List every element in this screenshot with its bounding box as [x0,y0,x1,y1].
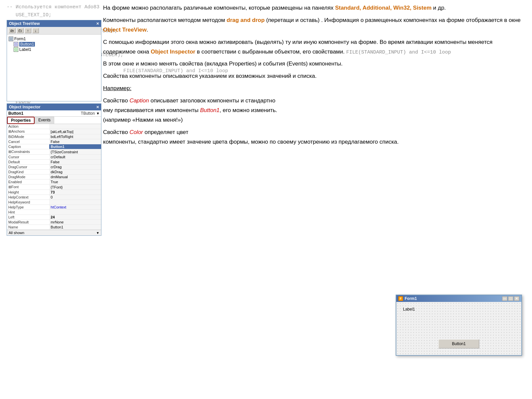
table-row: ⊞Constraints{TSizeConstraint [7,149,101,155]
tree-item-button1[interactable]: □ Button1 [14,42,99,47]
form1-minimize-btn[interactable]: — [502,296,507,301]
example-label: Например: [103,84,525,93]
tv-btn-down[interactable]: ↓ [32,28,39,33]
para4-text: В этом окне и можно менять свойства (вкл… [103,61,343,67]
example-text: Например: [103,85,131,91]
para6-ex: (например «Нажми на меня!») [103,117,183,123]
table-row: NameButton1 [7,225,101,230]
treeview-close-icon[interactable]: ✕ [96,22,99,26]
form1-titlebar: F Form1 — □ ✕ [396,295,521,302]
table-row: Left24 [7,215,101,220]
para2-start: Компоненты располагаются методом методом [103,17,227,23]
treeview-title: Object TreeView [9,21,40,26]
form1-app-icon: F [398,296,403,301]
inspector-header: Object Inspector ✕ [7,104,101,110]
form1-body: Label1 Button1 [396,302,521,355]
table-row: HelpTypehtContext [7,205,101,210]
inspector-selector: Button1 TButton ▼ [7,110,101,117]
main-content: На форме можно располагать различные ком… [103,3,525,150]
para7-start: Свойство [103,129,129,135]
form1-button1[interactable]: Button1 [438,339,479,348]
table-row: DragKinddkDrag [7,170,101,175]
table-row: Hint [7,210,101,215]
para1-highlight: Standard, Additional, Win32, Sistem [335,5,432,11]
btn-icon: □ [14,42,18,47]
para5-text: Свойства компоненты описываются указание… [103,73,317,79]
tree-label-form1: Form1 [14,37,26,41]
tab-properties[interactable]: Properties [7,117,35,124]
para7-end: определяет цвет [143,129,189,135]
paragraph-5: Свойства компоненты описываются указание… [103,71,525,81]
para3-end: в соответствии с выбранным объектом, его… [195,49,346,55]
lbl-icon: □ [14,47,18,52]
left-panel: Object TreeView ✕ 🗁 🗀 ↑ ↓ □ Form1 □ Butt… [7,20,101,236]
table-row: EnabledTrue [7,180,101,185]
para1-end: и др. [432,5,446,11]
inspector-title: Object Inspector [9,105,41,109]
form1-title: Form1 [405,296,417,301]
table-row-caption: CaptionButton1 [7,144,101,149]
treeview-toolbar: 🗁 🗀 ↑ ↓ [7,27,101,35]
table-row: Action [7,124,101,129]
paragraph-6: Свойство Caption описывает заголовок ком… [103,96,525,125]
tab-events[interactable]: Events [35,117,54,124]
paragraph-3: С помощью информации этого окна можно ак… [103,38,525,57]
table-row: DragModedmManual [7,175,101,180]
para3-inspector: Object Inspector [151,49,195,55]
footer-scroll-icon: ▼ [96,231,99,235]
para6-end2: ему присваивается имя компоненты [103,107,200,113]
inspector-selected-name: Button1 [8,111,79,116]
table-row: HelpContext0 [7,195,101,200]
treeview-panel: Object TreeView ✕ 🗁 🗀 ↑ ↓ □ Form1 □ Butt… [7,20,101,101]
tree-item-label1[interactable]: □ Label1 [14,47,99,52]
table-row: DragCursorcrDrag [7,165,101,170]
para7-color: Color [129,129,143,135]
paragraph-2: Компоненты располагаются методом методом… [103,16,525,35]
tree-item-form1[interactable]: □ Form1 [9,36,99,42]
para7-cont: компоненты, стандартно имеет значение цв… [103,139,399,145]
form1-window-controls: — □ ✕ [502,296,519,301]
treeview-header: Object TreeView ✕ [7,20,101,27]
form1-window: F Form1 — □ ✕ Label1 Button1 [396,295,522,356]
para2-treeview: Object TreeView [103,27,147,33]
tree-label-label1: Label1 [19,47,31,52]
para2-end: (перетащи и оставь) . Информация о разме… [265,17,521,23]
table-row: HelpKeyword [7,200,101,205]
paragraph-4: В этом окне и можно менять свойства (вкл… [103,59,525,69]
properties-table: Action ⊞Anchors[akLeft,akTop] BiDiModebd… [7,124,101,230]
para2-highlight: drag and drop [227,17,265,23]
para3-code: FILE(STANDARD_INPUT) and I<=10 loop [346,50,451,55]
para6-button1: Button1 [200,107,220,113]
para2-end2: . [147,27,148,33]
para1-text: На форме можно располагать различные ком… [103,5,335,11]
tv-btn-up[interactable]: ↑ [25,28,31,33]
inspector-panel: Object Inspector ✕ Button1 TButton ▼ Pro… [7,103,101,236]
tv-btn-save[interactable]: 🗀 [17,28,24,33]
form1-close-btn[interactable]: ✕ [514,296,519,301]
paragraph-1: На форме можно располагать различные ком… [103,3,525,13]
tree-label-button1: Button1 [19,42,35,47]
table-row: ⊞Font{TFont} [7,185,101,190]
paragraph-7: Свойство Color определяет цвет компонент… [103,128,525,147]
inspector-tabs: Properties Events [7,117,101,124]
table-row: CancelFalse [7,139,101,144]
form1-maximize-btn[interactable]: □ [508,296,513,301]
footer-text: All shown [9,231,24,235]
inspector-dropdown-icon[interactable]: ▼ [96,111,100,115]
main-text: На форме можно располагать различные ком… [103,3,525,147]
treeview-content: □ Form1 □ Button1 □ Label1 [7,35,101,101]
para6-end3: , его можно изменить. [219,107,277,113]
inspector-scroll-area[interactable]: Action ⊞Anchors[akLeft,akTop] BiDiModebd… [7,124,101,230]
table-row: ⊞Anchors[akLeft,akTop] [7,129,101,134]
inspector-close-icon[interactable]: ✕ [96,105,99,109]
para6-caption: Caption [129,97,149,104]
table-row: BiDiModebdLeftToRight [7,134,101,139]
tv-btn-open[interactable]: 🗁 [9,28,16,33]
table-row: CursorcrDefault [7,155,101,160]
form1-title-left: F Form1 [398,296,417,301]
form1-label1: Label1 [403,307,415,312]
inspector-footer: All shown ▼ [7,230,101,235]
para6-end: описывает заголовок компоненты и стандар… [149,97,275,104]
para6-start: Свойство [103,97,129,104]
form-icon: □ [9,37,13,41]
